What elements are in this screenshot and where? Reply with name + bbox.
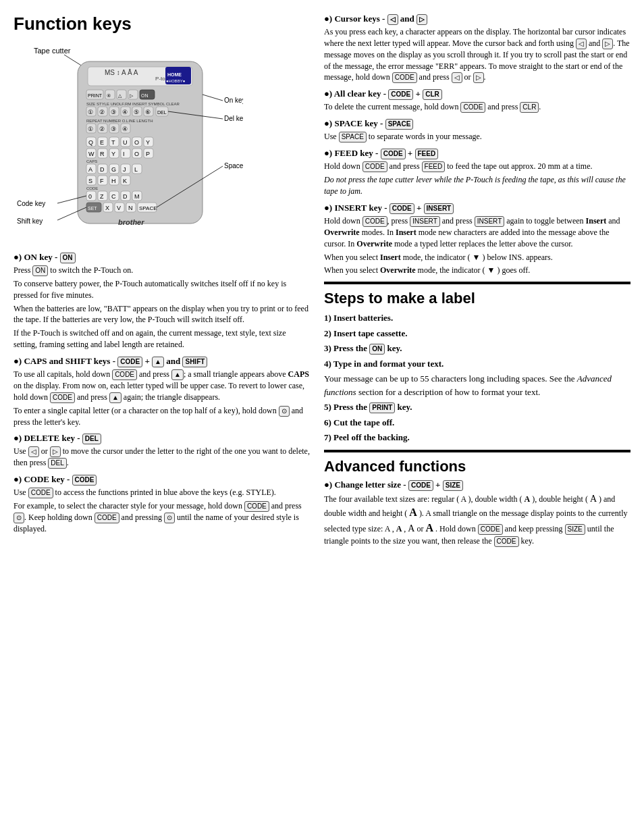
- svg-text:G: G: [111, 166, 116, 173]
- insert-key-p1: Hold down CODE, press INSERT and press I…: [324, 215, 630, 250]
- insert-key-p2: When you select Insert mode, the indicat…: [324, 252, 630, 263]
- feed-key-heading: ●) FEED key - CODE + FEED: [324, 148, 630, 159]
- page: Function keys Tape cutter MS ↕ A Ā A P-t…: [0, 0, 644, 834]
- svg-text:I: I: [123, 151, 125, 157]
- svg-text:Y: Y: [146, 139, 150, 146]
- insert-key-p3: When you select Overwrite mode, the indi…: [324, 265, 630, 276]
- steps-list: 1) Insert batteries. 2) Insert tape cass…: [324, 311, 630, 444]
- cursor-key-heading: ●) Cursor keys - ◁ and ▷: [324, 14, 630, 25]
- svg-text:F: F: [100, 178, 104, 184]
- feed-key-section: ●) FEED key - CODE + FEED Hold down CODE…: [324, 148, 630, 197]
- svg-text:M: M: [134, 193, 140, 200]
- step-7: 7) Peel off the backing.: [324, 431, 630, 444]
- insert-key-heading: ●) INSERT key - CODE + INSERT: [324, 203, 630, 214]
- svg-text:Code key: Code key: [17, 200, 45, 207]
- svg-text:SET: SET: [88, 206, 97, 211]
- code-key-heading: ●) CODE key - CODE: [14, 474, 311, 486]
- step-5: 5) Press the PRINT key.: [324, 400, 630, 414]
- svg-text:SPACE: SPACE: [139, 205, 157, 211]
- svg-text:brother: brother: [118, 218, 144, 226]
- svg-text:D: D: [123, 193, 128, 200]
- svg-text:V: V: [117, 205, 121, 211]
- svg-text:C: C: [111, 193, 116, 200]
- svg-text:⑤: ⑤: [134, 109, 139, 115]
- svg-text:0: 0: [88, 193, 92, 200]
- svg-line-108: [203, 95, 223, 101]
- svg-text:④: ④: [122, 109, 128, 115]
- advanced-title: Advanced functions: [324, 458, 630, 475]
- advanced-section: Advanced functions ●) Change letter size…: [324, 458, 630, 547]
- svg-text:S: S: [88, 178, 92, 184]
- svg-text:L: L: [134, 166, 138, 173]
- svg-text:W: W: [88, 151, 95, 157]
- steps-divider-bottom: [324, 450, 630, 452]
- svg-text:⑥: ⑥: [145, 109, 151, 115]
- svg-text:MS ↕ A Ā A: MS ↕ A Ā A: [105, 69, 138, 76]
- svg-text:DEL: DEL: [157, 110, 167, 115]
- delete-key-section: ●) DELETE key - DEL Use ◁ or ▷ to move t…: [14, 433, 311, 469]
- keyboard-diagram: Tape cutter MS ↕ A Ā A P-touch HOME ●HOB…: [14, 41, 243, 244]
- caps-kbd: ▲: [152, 357, 164, 367]
- cursor-key-p1: As you press each key, a character appea…: [324, 26, 630, 83]
- keyboard-svg: Tape cutter MS ↕ A Ā A P-touch HOME ●HOB…: [14, 41, 243, 244]
- code-key-section: ●) CODE key - CODE Use CODE to access th…: [14, 474, 311, 535]
- function-keys-title: Function keys: [14, 14, 311, 34]
- change-letter-p1: The four available text sizes are: regul…: [324, 492, 630, 547]
- svg-text:O: O: [134, 151, 139, 157]
- svg-text:④: ④: [122, 126, 128, 132]
- svg-text:ON: ON: [141, 93, 149, 98]
- svg-text:U: U: [123, 139, 128, 146]
- svg-text:①: ①: [88, 126, 93, 132]
- feed-key-p1: Hold down CODE and press FEED to feed th…: [324, 161, 630, 172]
- svg-text:P: P: [146, 151, 150, 157]
- svg-text:①: ①: [88, 109, 93, 115]
- svg-text:A: A: [88, 166, 92, 173]
- all-clear-p1: To delete the current message, hold down…: [324, 101, 630, 113]
- shift-kbd: SHIFT: [182, 357, 207, 367]
- step-4-desc: Your message can be up to 55 characters …: [324, 372, 630, 398]
- step-6: 6) Cut the tape off.: [324, 416, 630, 429]
- step-3: 3) Press the ON key.: [324, 342, 630, 355]
- svg-text:On key: On key: [224, 97, 243, 104]
- svg-text:N: N: [128, 205, 133, 211]
- delete-key-p1: Use ◁ or ▷ to move the cursor under the …: [14, 446, 311, 469]
- delete-key-heading: ●) DELETE key - DEL: [14, 433, 311, 444]
- on-key-p3: When the batteries are low, "BATT" appea…: [14, 303, 311, 326]
- svg-text:Z: Z: [100, 193, 104, 200]
- svg-text:CODE: CODE: [86, 186, 98, 190]
- svg-text:CAPS: CAPS: [86, 159, 97, 163]
- step-4: 4) Type in and format your text.: [324, 357, 630, 371]
- change-letter-heading: ●) Change letter size - CODE + SIZE: [324, 479, 630, 491]
- svg-text:HOME: HOME: [167, 72, 182, 77]
- right-column: ●) Cursor keys - ◁ and ▷ As you press ea…: [324, 14, 630, 820]
- svg-text:PRINT: PRINT: [88, 93, 103, 98]
- svg-text:Del key: Del key: [224, 115, 243, 122]
- space-key-p1: Use SPACE to separate words in your mess…: [324, 131, 630, 142]
- caps-shift-p1: To use all capitals, hold down CODE and …: [14, 369, 311, 403]
- svg-text:E: E: [100, 139, 104, 146]
- left-column: Function keys Tape cutter MS ↕ A Ā A P-t…: [14, 14, 311, 820]
- svg-text:D: D: [100, 166, 105, 173]
- code-kbd: CODE: [117, 357, 142, 367]
- svg-text:X: X: [105, 205, 109, 211]
- all-clear-section: ●) All clear key - CODE + CLR To delete …: [324, 88, 630, 113]
- svg-text:K: K: [123, 178, 127, 184]
- steps-divider-top: [324, 282, 630, 284]
- all-clear-heading: ●) All clear key - CODE + CLR: [324, 88, 630, 100]
- svg-text:Shift key: Shift key: [17, 217, 43, 225]
- caps-shift-section: ●) CAPS and SHIFT keys - CODE + ▲ and SH…: [14, 356, 311, 428]
- svg-text:Q: Q: [88, 139, 93, 146]
- on-key-p2: To conserve battery power, the P-Touch a…: [14, 278, 311, 301]
- space-key-heading: ●) SPACE key - SPACE: [324, 118, 630, 130]
- step-2: 2) Insert tape cassette.: [324, 327, 630, 340]
- space-key-section: ●) SPACE key - SPACE Use SPACE to separa…: [324, 118, 630, 142]
- svg-text:②: ②: [99, 109, 105, 115]
- svg-text:SIZE STYLE UNOLF.RM INSERT SYM: SIZE STYLE UNOLF.RM INSERT SYMBOL CLEAR: [86, 102, 180, 106]
- svg-text:Y: Y: [111, 151, 115, 157]
- svg-text:J: J: [123, 166, 126, 173]
- steps-title: Steps to make a label: [324, 290, 630, 307]
- svg-text:④: ④: [107, 93, 111, 98]
- on-key-heading: ●) ON key - ON: [14, 252, 311, 263]
- on-kbd-inline: ON: [32, 265, 48, 276]
- on-kbd: ON: [60, 253, 76, 263]
